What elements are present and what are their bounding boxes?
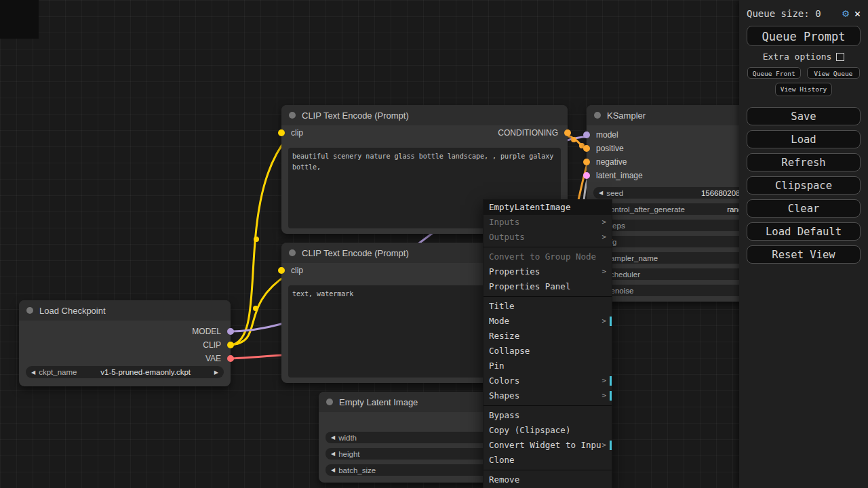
- left-arrow-icon[interactable]: ◀: [31, 369, 35, 375]
- extra-options-checkbox[interactable]: [836, 53, 844, 61]
- slot-row: MODEL: [19, 325, 231, 338]
- context-menu-item-remove[interactable]: Remove: [484, 472, 612, 487]
- node-title: KSampler: [607, 110, 646, 121]
- refresh-button[interactable]: Refresh: [747, 153, 861, 171]
- context-menu-item-convert-to-group-node: Convert to Group Node: [484, 249, 612, 264]
- context-menu-item-convert-widget-to-input[interactable]: Convert Widget to Input>: [484, 438, 612, 453]
- collapse-dot-icon[interactable]: [594, 112, 601, 119]
- submenu-arrow-icon: >: [601, 215, 606, 230]
- submenu-arrow-icon: >: [601, 264, 606, 279]
- link-dot[interactable]: [253, 306, 258, 311]
- widget-label: seed: [606, 189, 623, 197]
- collapse-dot-icon[interactable]: [26, 307, 33, 314]
- left-arrow-icon[interactable]: ◀: [599, 190, 603, 196]
- menu-item-label: Inputs: [489, 215, 601, 230]
- node-graph-canvas[interactable]: CLIP Text Encode (Prompt) clip CONDITION…: [0, 0, 868, 488]
- left-arrow-icon[interactable]: ◀: [331, 434, 335, 441]
- menu-item-label: Properties Panel: [489, 279, 606, 294]
- submenu-arrow-icon: >: [601, 388, 606, 403]
- context-menu-item-colors[interactable]: Colors>: [484, 373, 612, 388]
- menu-item-label: Copy (Clipspace): [489, 423, 606, 438]
- queue-size-label: Queue size: 0: [747, 8, 837, 19]
- input-slot-label: clip: [291, 266, 303, 275]
- view-history-button[interactable]: View History: [775, 83, 832, 96]
- node-title: CLIP Text Encode (Prompt): [302, 110, 409, 121]
- ckpt-name-combo-widget[interactable]: ◀ ckpt_name v1-5-pruned-emaonly.ckpt ▶: [26, 366, 224, 378]
- collapse-dot-icon[interactable]: [289, 249, 296, 256]
- context-menu-item-copy-clipspace[interactable]: Copy (Clipspace): [484, 423, 612, 438]
- wire-clip-to-negative-encode: [231, 274, 288, 345]
- load-default-button[interactable]: Load Default: [747, 222, 861, 241]
- menu-item-label: Mode: [489, 314, 601, 329]
- conditioning-output-slot[interactable]: [564, 129, 571, 136]
- input-slot-label: clip: [291, 128, 303, 138]
- load-button[interactable]: Load: [747, 130, 861, 148]
- menu-item-label: Outputs: [489, 230, 601, 245]
- submenu-arrow-icon: >: [601, 438, 606, 453]
- negative-input-slot[interactable]: [583, 159, 590, 165]
- menu-item-label: Shapes: [489, 388, 601, 403]
- wire-clip-to-positive-encode: [231, 138, 288, 345]
- output-slot-label: CLIP: [203, 340, 221, 350]
- widget-label: batch_size: [338, 466, 376, 474]
- clear-button[interactable]: Clear: [747, 199, 861, 218]
- view-queue-button[interactable]: View Queue: [807, 67, 861, 79]
- widget-label: control_after_generate: [606, 205, 685, 214]
- node-title-bar[interactable]: CLIP Text Encode (Prompt): [281, 105, 568, 125]
- clip-input-slot[interactable]: [278, 267, 285, 274]
- node-title: Empty Latent Image: [339, 397, 418, 407]
- context-menu-item-clone[interactable]: Clone: [484, 453, 612, 468]
- save-button[interactable]: Save: [747, 107, 861, 125]
- node-title: Load Checkpoint: [39, 306, 106, 316]
- reset-view-button[interactable]: Reset View: [747, 245, 861, 264]
- node-title: CLIP Text Encode (Prompt): [302, 248, 409, 258]
- queue-front-button[interactable]: Queue Front: [747, 67, 801, 79]
- slot-row: clip CONDITIONING: [281, 125, 568, 140]
- model-input-slot[interactable]: [583, 131, 590, 138]
- model-output-slot[interactable]: [227, 328, 234, 335]
- left-arrow-icon[interactable]: ◀: [331, 451, 335, 457]
- menu-item-label: Resize: [489, 329, 606, 344]
- context-menu-item-collapse[interactable]: Collapse: [484, 344, 612, 359]
- input-slot-label: positive: [596, 144, 624, 153]
- slot-row: VAE: [19, 352, 231, 365]
- clip-output-slot[interactable]: [227, 342, 234, 348]
- clip-input-slot[interactable]: [278, 129, 285, 136]
- context-menu-item-title[interactable]: Title: [484, 299, 612, 314]
- context-menu-item-pin[interactable]: Pin: [484, 359, 612, 373]
- right-arrow-icon[interactable]: ▶: [214, 369, 218, 375]
- settings-gear-icon[interactable]: ⚙: [842, 7, 849, 20]
- submenu-arrow-icon: >: [601, 230, 606, 245]
- menu-item-label: Pin: [489, 359, 606, 373]
- output-slot-label: VAE: [205, 354, 221, 363]
- close-panel-icon[interactable]: ✕: [854, 7, 861, 20]
- node-title-bar[interactable]: Load Checkpoint: [19, 300, 231, 321]
- vae-output-slot[interactable]: [227, 355, 234, 362]
- slot-row: CLIP: [19, 338, 231, 352]
- collapse-dot-icon[interactable]: [289, 112, 296, 119]
- context-menu-item-resize[interactable]: Resize: [484, 329, 612, 344]
- collapse-dot-icon[interactable]: [326, 399, 333, 405]
- menu-item-label: Bypass: [489, 408, 606, 423]
- clipspace-button[interactable]: Clipspace: [747, 176, 861, 195]
- output-slot-label: CONDITIONING: [498, 128, 558, 138]
- node-load-checkpoint[interactable]: Load Checkpoint MODELCLIPVAE ◀ ckpt_name…: [19, 300, 231, 386]
- menu-separator: [484, 405, 612, 406]
- link-dot[interactable]: [254, 237, 259, 242]
- widget-label: sampler_name: [606, 254, 658, 262]
- menu-item-label: Remove: [489, 472, 606, 487]
- context-menu-item-shapes[interactable]: Shapes>: [484, 388, 612, 403]
- context-menu-item-properties[interactable]: Properties>: [484, 264, 612, 279]
- context-menu-item-properties-panel[interactable]: Properties Panel: [484, 279, 612, 294]
- queue-prompt-button[interactable]: Queue Prompt: [747, 26, 861, 46]
- context-menu-item-bypass[interactable]: Bypass: [484, 408, 612, 423]
- latent-image-input-slot[interactable]: [583, 172, 590, 179]
- input-slot-label: negative: [596, 157, 627, 167]
- submenu-arrow-icon: >: [601, 373, 606, 388]
- menu-separator: [484, 470, 612, 470]
- link-dot[interactable]: [571, 137, 576, 142]
- left-arrow-icon[interactable]: ◀: [331, 467, 335, 473]
- widget-value: v1-5-pruned-emaonly.ckpt: [100, 368, 191, 376]
- context-menu-item-mode[interactable]: Mode>: [484, 314, 612, 329]
- positive-input-slot[interactable]: [583, 145, 590, 152]
